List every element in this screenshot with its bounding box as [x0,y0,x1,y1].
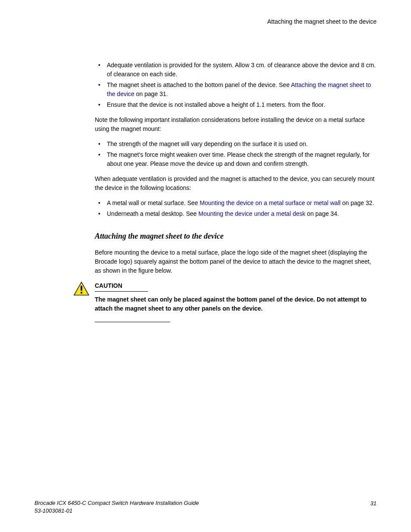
footer-page-number: 31 [371,499,377,515]
text-segment: on page 32. [340,199,374,206]
page-footer: Brocade ICX 6450-C Compact Switch Hardwa… [34,499,377,515]
paragraph: Before mounting the device to a metal su… [95,248,377,275]
footer-doc-title: Brocade ICX 6450-C Compact Switch Hardwa… [34,499,199,507]
caution-rule [95,322,170,322]
list-item: The magnet's force might weaken over tim… [95,150,377,168]
link-mounting-metal-desk[interactable]: Mounting the device under a metal desk [198,210,305,217]
svg-rect-1 [81,286,82,290]
paragraph: Note the following important installatio… [95,115,377,134]
caution-text: The magnet sheet can only be placed agai… [95,295,377,313]
caution-label: CAUTION [95,281,148,292]
bullet-list-1: Adequate ventilation is provided for the… [95,61,377,109]
text-segment: on page 34. [305,210,339,217]
link-mounting-metal-wall[interactable]: Mounting the device on a metal surface o… [200,199,341,206]
caution-block: CAUTION The magnet sheet can only be pla… [73,281,377,322]
caution-icon [73,281,90,296]
list-item: The magnet sheet is attached to the bott… [95,81,377,99]
footer-doc-number: 53-1003081-01 [34,507,199,515]
caution-body: CAUTION The magnet sheet can only be pla… [95,281,377,322]
svg-rect-2 [81,292,82,294]
list-item: Adequate ventilation is provided for the… [95,61,377,79]
main-content: Adequate ventilation is provided for the… [34,61,377,322]
section-heading: Attaching the magnet sheet to the device [95,230,377,242]
list-item: A metal wall or metal surface. See Mount… [95,199,377,208]
bullet-list-3: A metal wall or metal surface. See Mount… [95,199,377,218]
paragraph: When adequate ventilation is provided an… [95,174,377,193]
list-item: The strength of the magnet will vary dep… [95,140,377,149]
text-segment: Underneath a metal desktop. See [107,210,198,217]
page-header-title: Attaching the magnet sheet to the device [34,17,377,26]
text-segment: on page 31. [134,90,168,97]
text-segment: The magnet sheet is attached to the bott… [107,81,291,88]
list-item: Ensure that the device is not installed … [95,100,377,109]
footer-left: Brocade ICX 6450-C Compact Switch Hardwa… [34,499,199,515]
text-segment: A metal wall or metal surface. See [107,199,200,206]
list-item: Underneath a metal desktop. See Mounting… [95,209,377,218]
bullet-list-2: The strength of the magnet will vary dep… [95,140,377,168]
